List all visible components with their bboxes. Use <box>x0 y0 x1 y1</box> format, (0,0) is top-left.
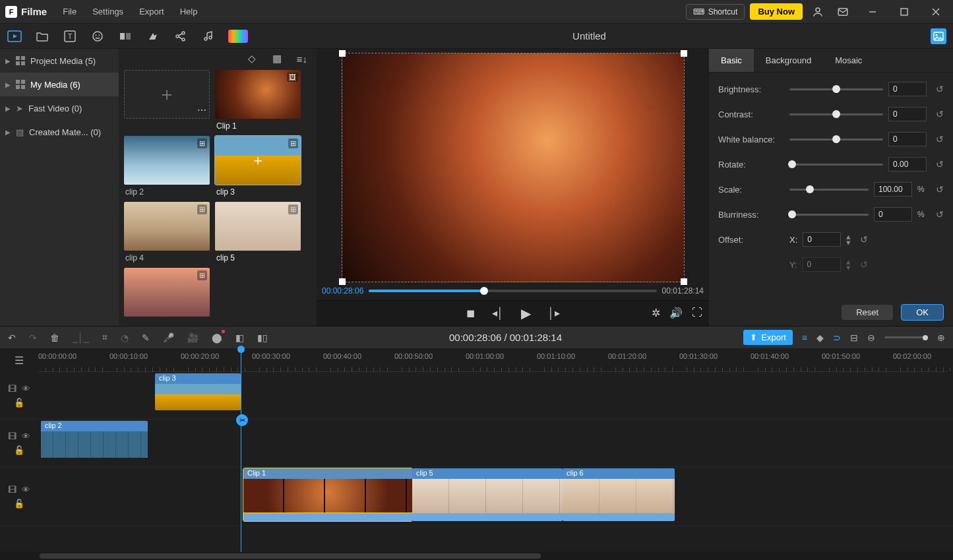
export-button[interactable]: ⬆ Export <box>743 330 793 345</box>
timeline-clip-clip3[interactable]: clip 3 <box>155 373 241 410</box>
brightness-value[interactable]: 0 <box>888 82 927 96</box>
color-tool-icon[interactable] <box>228 30 248 43</box>
time-ruler[interactable]: 00:00:00:0000:00:10:0000:00:20:0000:00:3… <box>38 348 948 372</box>
white-balance-value[interactable]: 0 <box>888 132 927 146</box>
share-tool-icon[interactable] <box>173 28 189 44</box>
sidebar-project-media[interactable]: ▶ Project Media (5) <box>0 49 119 73</box>
menu-file[interactable]: File <box>63 7 77 16</box>
audio-tool-icon[interactable] <box>200 28 216 44</box>
brightness-slider[interactable] <box>789 88 883 90</box>
reset-icon[interactable]: ↺ <box>936 209 944 220</box>
reset-icon[interactable]: ↺ <box>860 234 868 245</box>
zoom-in-icon[interactable]: ⊕ <box>937 332 945 343</box>
blurriness-slider[interactable] <box>789 214 869 216</box>
undo-icon[interactable]: ↶ <box>8 332 16 343</box>
window-maximize-icon[interactable] <box>892 2 916 22</box>
sidebar-my-media[interactable]: ▶ My Media (6) <box>0 73 119 96</box>
zoom-slider[interactable] <box>884 336 928 338</box>
scale-slider[interactable] <box>789 189 869 191</box>
reset-icon[interactable]: ↺ <box>936 184 944 195</box>
contrast-value[interactable]: 0 <box>888 107 927 121</box>
visibility-icon[interactable]: 👁 <box>22 485 30 495</box>
media-thumb-extra[interactable]: ⊞ <box>124 268 210 317</box>
resize-handle-tr[interactable] <box>681 50 687 57</box>
record-icon[interactable]: ⬤ <box>212 332 222 343</box>
ok-button[interactable]: OK <box>901 304 944 321</box>
tab-background[interactable]: Background <box>754 49 823 72</box>
layers-icon[interactable]: ◇ <box>244 51 260 67</box>
text-tool-icon[interactable]: T <box>62 28 78 44</box>
blurriness-value[interactable]: 0 <box>874 207 912 222</box>
speed-icon[interactable]: ◔ <box>121 332 129 343</box>
reset-icon[interactable]: ↺ <box>860 259 868 270</box>
shortcut-button[interactable]: ⌨ Shortcut <box>686 4 745 20</box>
more-icon[interactable]: ⋯ <box>197 105 206 115</box>
preview-canvas[interactable] <box>342 53 685 282</box>
media-thumb-clip5[interactable]: ⊞ <box>215 202 301 251</box>
lock-icon[interactable]: 🔓 <box>14 499 24 509</box>
reset-icon[interactable]: ↺ <box>936 109 944 119</box>
seek-slider[interactable] <box>369 290 656 292</box>
media-thumb-clip4[interactable]: ⊞ <box>124 202 210 251</box>
grid-view-icon[interactable]: ▦ <box>269 51 285 67</box>
playhead[interactable] <box>241 348 241 552</box>
timeline-clip-clip5[interactable]: clip 5 <box>412 468 563 521</box>
timeline-clip-clip1[interactable]: Clip 1 <box>243 468 412 521</box>
camera-icon[interactable]: 🎥 <box>187 332 199 343</box>
folder-tool-icon[interactable] <box>34 28 50 44</box>
next-frame-icon[interactable]: │▸ <box>548 307 560 319</box>
add-to-timeline-icon[interactable]: ＋ <box>215 136 301 185</box>
resize-handle-br[interactable] <box>681 278 687 285</box>
lock-icon[interactable]: 🔓 <box>14 398 24 408</box>
split-icon[interactable]: ⎯│⎯ <box>73 332 89 343</box>
account-icon[interactable] <box>808 2 828 22</box>
lock-icon[interactable]: 🔓 <box>14 445 24 455</box>
visibility-icon[interactable]: 👁 <box>22 384 30 394</box>
reset-icon[interactable]: ↺ <box>936 84 944 94</box>
buy-now-button[interactable]: Buy Now <box>750 3 803 20</box>
sidebar-created-material[interactable]: ▶ ▨ Created Mate... (0) <box>0 120 119 144</box>
sort-icon[interactable]: ≡↓ <box>294 51 310 67</box>
rotate-value[interactable]: 0.00 <box>888 157 927 171</box>
contrast-slider[interactable] <box>789 113 883 115</box>
stepper-icon[interactable]: ▴▾ <box>846 259 851 270</box>
menu-export[interactable]: Export <box>139 7 164 16</box>
resize-handle-bl[interactable] <box>339 278 346 285</box>
timeline-menu-icon[interactable]: ☰ <box>0 348 38 372</box>
white-balance-slider[interactable] <box>789 139 883 140</box>
timeline-clip-clip2[interactable]: clip 2 <box>41 421 148 458</box>
delete-icon[interactable]: 🗑 <box>50 332 59 343</box>
cut-indicator-icon[interactable]: ✂ <box>236 414 248 426</box>
scale-value[interactable]: 100.00 <box>874 182 912 197</box>
mic-icon[interactable]: 🎤 <box>163 332 174 343</box>
image-panel-icon[interactable] <box>931 28 946 44</box>
window-minimize-icon[interactable] <box>861 2 884 22</box>
media-tool-icon[interactable] <box>7 28 22 44</box>
sticker-tool-icon[interactable] <box>90 28 106 44</box>
visibility-icon[interactable]: 👁 <box>22 431 30 441</box>
fullscreen-icon[interactable]: ⛶ <box>692 307 702 319</box>
add-media-button[interactable]: ＋⋯ <box>124 70 210 119</box>
media-thumb-clip3[interactable]: ⊞＋ <box>215 136 301 185</box>
stepper-icon[interactable]: ▴▾ <box>846 233 851 245</box>
volume-icon[interactable]: 🔊 <box>669 307 683 319</box>
mail-icon[interactable] <box>833 2 853 22</box>
tab-basic[interactable]: Basic <box>709 49 754 72</box>
offset-y-value[interactable]: 0 <box>803 257 841 272</box>
sidebar-fast-video[interactable]: ▶ ➤ Fast Video (0) <box>0 96 119 120</box>
timeline-scrollbar[interactable] <box>0 552 953 560</box>
rotate-slider[interactable] <box>789 164 883 166</box>
play-button-icon[interactable]: ▶ <box>521 305 531 321</box>
resize-handle-tl[interactable] <box>339 50 346 57</box>
reset-icon[interactable]: ↺ <box>936 134 944 144</box>
crop-icon[interactable]: ⌗ <box>102 332 108 343</box>
reset-icon[interactable]: ↺ <box>936 159 944 170</box>
menu-settings[interactable]: Settings <box>92 7 123 16</box>
color-icon[interactable]: ✎ <box>142 332 150 343</box>
menu-help[interactable]: Help <box>180 7 198 16</box>
tab-mosaic[interactable]: Mosaic <box>823 49 874 72</box>
settings-gear-icon[interactable]: ✲ <box>652 307 660 319</box>
reset-button[interactable]: Reset <box>842 305 893 320</box>
magnet-icon[interactable]: ⊃ <box>833 332 841 343</box>
timeline-clip-clip6[interactable]: clip 6 <box>563 468 675 521</box>
